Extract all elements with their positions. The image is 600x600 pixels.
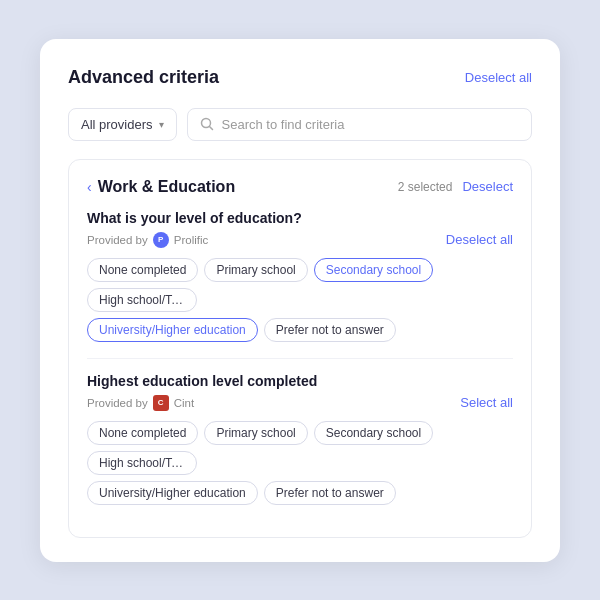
question2-block: Highest education level completed Provid…: [87, 373, 513, 505]
tag-secondary-school-q1[interactable]: Secondary school: [314, 258, 433, 282]
question2-provided-by-label: Provided by: [87, 397, 148, 409]
search-box[interactable]: Search to find criteria: [187, 108, 532, 141]
tag-university-q1[interactable]: University/Higher education: [87, 318, 258, 342]
card-title: Advanced criteria: [68, 67, 219, 88]
tag-university-q2[interactable]: University/Higher education: [87, 481, 258, 505]
tag-high-school-q1[interactable]: High school/Tech. cc: [87, 288, 197, 312]
section-title-group: ‹ Work & Education: [87, 178, 235, 196]
tag-prefer-not-q1[interactable]: Prefer not to answer: [264, 318, 396, 342]
search-icon: [200, 117, 214, 131]
prolific-logo: [153, 232, 169, 248]
filter-row: All providers ▾ Search to find criteria: [68, 108, 532, 141]
card-header: Advanced criteria Deselect all: [68, 67, 532, 88]
section-deselect-button[interactable]: Deselect: [462, 179, 513, 194]
question2-provided-by: Provided by Cint Select all: [87, 395, 513, 411]
advanced-criteria-card: Advanced criteria Deselect all All provi…: [40, 39, 560, 562]
question2-select-all[interactable]: Select all: [460, 395, 513, 410]
provider-dropdown-label: All providers: [81, 117, 153, 132]
section-header: ‹ Work & Education 2 selected Deselect: [87, 178, 513, 196]
question1-tags-row1: None completed Primary school Secondary …: [87, 258, 513, 312]
tag-primary-school-q1[interactable]: Primary school: [204, 258, 307, 282]
deselect-all-button[interactable]: Deselect all: [465, 70, 532, 85]
question1-block: What is your level of education? Provide…: [87, 210, 513, 342]
section-divider: [87, 358, 513, 359]
section-title: Work & Education: [98, 178, 236, 196]
question2-title: Highest education level completed: [87, 373, 513, 389]
cint-logo: [153, 395, 169, 411]
svg-line-1: [209, 127, 212, 130]
question1-deselect-all[interactable]: Deselect all: [446, 232, 513, 247]
back-button[interactable]: ‹: [87, 179, 92, 195]
provider-dropdown[interactable]: All providers ▾: [68, 108, 177, 141]
question1-provided-by: Provided by Prolific Deselect all: [87, 232, 513, 248]
tag-none-completed-q2[interactable]: None completed: [87, 421, 198, 445]
question2-provider-left: Provided by Cint: [87, 395, 194, 411]
question1-tags-row2: University/Higher education Prefer not t…: [87, 318, 513, 342]
selected-count: 2 selected: [398, 180, 453, 194]
section-meta: 2 selected Deselect: [398, 179, 513, 194]
question2-provider-name: Cint: [174, 397, 194, 409]
question1-provider-name: Prolific: [174, 234, 209, 246]
chevron-down-icon: ▾: [159, 119, 164, 130]
tag-none-completed-q1[interactable]: None completed: [87, 258, 198, 282]
question1-provided-by-label: Provided by: [87, 234, 148, 246]
search-placeholder: Search to find criteria: [222, 117, 345, 132]
question1-title: What is your level of education?: [87, 210, 513, 226]
tag-secondary-school-q2[interactable]: Secondary school: [314, 421, 433, 445]
tag-primary-school-q2[interactable]: Primary school: [204, 421, 307, 445]
work-education-section: ‹ Work & Education 2 selected Deselect W…: [68, 159, 532, 538]
question1-provider-left: Provided by Prolific: [87, 232, 208, 248]
question2-tags-row2: University/Higher education Prefer not t…: [87, 481, 513, 505]
tag-high-school-q2[interactable]: High school/Tech. cc: [87, 451, 197, 475]
question2-tags-row1: None completed Primary school Secondary …: [87, 421, 513, 475]
tag-prefer-not-q2[interactable]: Prefer not to answer: [264, 481, 396, 505]
